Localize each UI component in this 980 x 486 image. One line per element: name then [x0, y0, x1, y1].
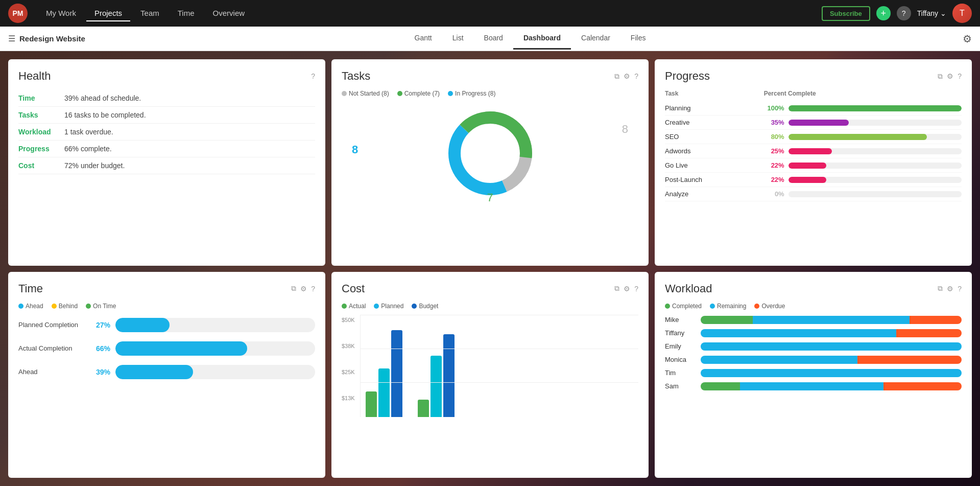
- workload-bar: [701, 342, 962, 351]
- cost-gear-icon[interactable]: ⚙: [624, 285, 630, 293]
- cost-bar-group-1: [366, 330, 402, 417]
- health-value-cost: 72% under budget.: [64, 161, 125, 170]
- nav-my-work[interactable]: My Work: [38, 6, 84, 21]
- progress-expand-icon[interactable]: ⧉: [938, 72, 943, 81]
- progress-right: 80%: [764, 133, 962, 141]
- tab-dashboard[interactable]: Dashboard: [513, 28, 571, 50]
- health-value-tasks: 16 tasks to be completed.: [64, 111, 146, 119]
- health-icons: ?: [311, 72, 315, 80]
- y-label-38k: $38K: [342, 343, 355, 349]
- workload-bar: [701, 369, 962, 377]
- behind-dot: [52, 304, 57, 309]
- health-label-workload: Workload: [18, 128, 64, 136]
- progress-task-name: SEO: [665, 133, 764, 141]
- progress-row: Creative 35%: [665, 115, 962, 130]
- donut-svg: [439, 102, 541, 204]
- workload-row: Sam: [665, 382, 962, 390]
- progress-task-name: Creative: [665, 119, 764, 126]
- time-expand-icon[interactable]: ⧉: [291, 284, 296, 293]
- cost-chart: $50K $38K $25K $13K: [342, 315, 638, 417]
- tasks-gear-icon[interactable]: ⚙: [624, 72, 630, 80]
- time-bar-wrap: [115, 365, 315, 379]
- cost-expand-icon[interactable]: ⧉: [614, 284, 619, 293]
- workload-bar: [701, 316, 962, 324]
- health-row-tasks: Tasks 16 tasks to be completed.: [18, 107, 315, 124]
- seg-overdue: [896, 329, 962, 337]
- health-card-header: Health ?: [18, 70, 315, 83]
- seg-completed: [701, 382, 740, 390]
- progress-task-name: Go Live: [665, 161, 764, 169]
- grid-line-1: [361, 315, 638, 315]
- donut-label-right: 8: [622, 123, 628, 136]
- nav-projects[interactable]: Projects: [86, 6, 130, 21]
- progress-right: 100%: [764, 104, 962, 112]
- progress-gear-icon[interactable]: ⚙: [947, 72, 953, 80]
- tasks-expand-icon[interactable]: ⧉: [614, 72, 619, 81]
- legend-not-started: Not Started (8): [342, 90, 389, 97]
- legend-ahead: Ahead: [18, 303, 43, 310]
- seg-remaining: [701, 356, 857, 364]
- progress-task-name: Analyze: [665, 190, 764, 198]
- workload-person-name: Monica: [665, 356, 701, 363]
- workload-row: Tiffany: [665, 329, 962, 337]
- workload-bar: [701, 329, 962, 337]
- tab-gantt[interactable]: Gantt: [404, 28, 442, 50]
- hamburger-menu[interactable]: ☰: [8, 34, 15, 43]
- time-bars: Planned Completion 27% Actual Completion…: [18, 318, 315, 379]
- seg-overdue: [857, 356, 962, 364]
- workload-expand-icon[interactable]: ⧉: [938, 284, 943, 293]
- tab-list[interactable]: List: [442, 28, 474, 50]
- cost-help-icon[interactable]: ?: [634, 285, 638, 293]
- time-bar-pct: 27%: [90, 321, 110, 329]
- tab-calendar[interactable]: Calendar: [571, 28, 620, 50]
- time-bar-label: Actual Completion: [18, 344, 90, 352]
- workload-person-name: Mike: [665, 316, 701, 323]
- nav-team[interactable]: Team: [132, 6, 168, 21]
- avatar[interactable]: T: [952, 4, 972, 23]
- cost-bar-actual-2: [418, 400, 429, 417]
- help-button[interactable]: ?: [897, 6, 911, 20]
- cost-bar-budget-2: [443, 334, 455, 417]
- progress-right: 25%: [764, 147, 962, 155]
- tasks-help-icon[interactable]: ?: [634, 72, 638, 80]
- seg-remaining: [740, 382, 883, 390]
- user-menu[interactable]: Tiffany ⌄: [917, 9, 946, 17]
- legend-planned: Planned: [374, 303, 403, 310]
- progress-pct: 0%: [764, 190, 784, 198]
- progress-pct: 25%: [764, 147, 784, 155]
- progress-right: 35%: [764, 119, 962, 126]
- workload-title: Workload: [665, 282, 712, 295]
- progress-row: Analyze 0%: [665, 187, 962, 201]
- progress-task-name: Adwords: [665, 147, 764, 155]
- tab-files[interactable]: Files: [620, 28, 656, 50]
- progress-title: Progress: [665, 70, 710, 83]
- progress-help-icon[interactable]: ?: [958, 72, 962, 80]
- time-gear-icon[interactable]: ⚙: [300, 285, 307, 293]
- add-button[interactable]: +: [876, 6, 891, 20]
- tab-board[interactable]: Board: [474, 28, 513, 50]
- subscribe-button[interactable]: Subscribe: [822, 6, 870, 21]
- health-help-icon[interactable]: ?: [311, 72, 315, 80]
- nav-time[interactable]: Time: [170, 6, 203, 21]
- legend-behind: Behind: [52, 303, 78, 310]
- legend-on-time: On Time: [86, 303, 116, 310]
- workload-card-header: Workload ⧉ ⚙ ?: [665, 282, 962, 295]
- progress-card: Progress ⧉ ⚙ ? Task Percent Complete Pla…: [655, 59, 972, 266]
- progress-bar-wrap: [788, 134, 962, 140]
- time-help-icon[interactable]: ?: [311, 285, 315, 293]
- workload-help-icon[interactable]: ?: [958, 285, 962, 293]
- workload-row: Mike: [665, 316, 962, 324]
- nav-overview[interactable]: Overview: [205, 6, 253, 21]
- tasks-title: Tasks: [342, 70, 370, 83]
- workload-gear-icon[interactable]: ⚙: [947, 285, 953, 293]
- cost-bar-group-2: [418, 334, 455, 417]
- app-logo[interactable]: PM: [8, 4, 28, 23]
- settings-icon[interactable]: ⚙: [963, 33, 972, 45]
- legend-in-progress: In Progress (8): [448, 90, 495, 97]
- cost-y-axis: $50K $38K $25K $13K: [342, 315, 355, 402]
- time-card: Time ⧉ ⚙ ? Ahead Behind On Time Planned …: [8, 272, 325, 478]
- legend-completed: Completed: [665, 303, 702, 310]
- time-card-header: Time ⧉ ⚙ ?: [18, 282, 315, 295]
- workload-legend: Completed Remaining Overdue: [665, 303, 962, 310]
- seg-remaining: [753, 316, 910, 324]
